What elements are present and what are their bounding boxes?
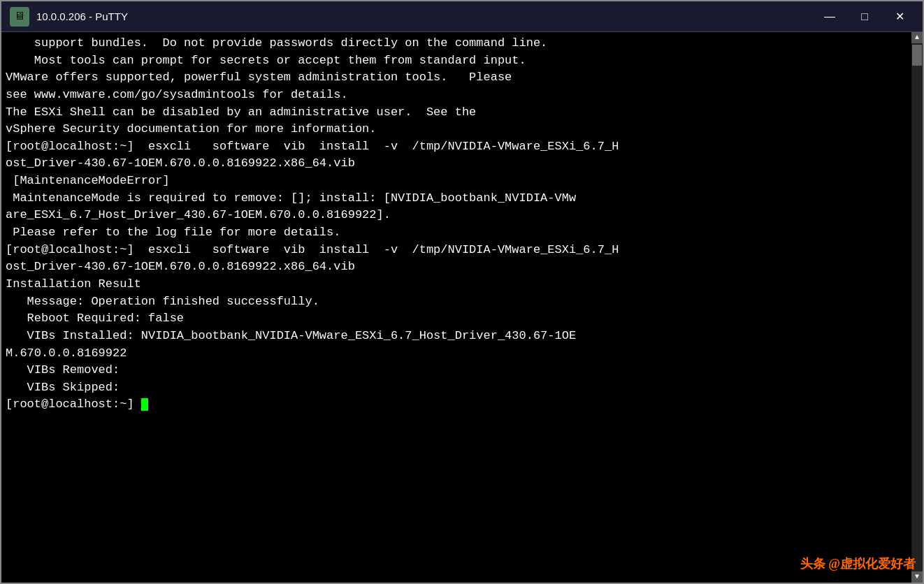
terminal-line: [MaintenanceModeError] <box>6 173 906 190</box>
terminal-cursor <box>141 398 148 411</box>
terminal-line: Message: Operation finished successfully… <box>6 293 906 311</box>
terminal-line: are_ESXi_6.7_Host_Driver_430.67-1OEM.670… <box>6 207 906 224</box>
terminal-line: Reboot Required: false <box>6 310 906 328</box>
terminal-line: see www.vmware.com/go/sysadmintools for … <box>6 87 906 104</box>
terminal-line: [root@localhost:~] esxcli software vib i… <box>6 138 906 156</box>
terminal-area[interactable]: support bundles. Do not provide password… <box>1 32 923 583</box>
terminal-content: support bundles. Do not provide password… <box>6 35 918 414</box>
title-bar: 🖥 10.0.0.206 - PuTTY — □ ✕ <box>1 1 923 32</box>
window-controls: — □ ✕ <box>815 6 914 27</box>
scroll-thumb[interactable] <box>912 45 922 66</box>
terminal-line: VIBs Removed: <box>6 362 906 379</box>
putty-icon: 🖥 <box>10 7 29 27</box>
close-button[interactable]: ✕ <box>885 6 914 27</box>
window-title: 10.0.0.206 - PuTTY <box>36 10 128 22</box>
terminal-line: [root@localhost:~] <box>6 396 906 414</box>
scroll-up-arrow[interactable]: ▲ <box>911 32 923 43</box>
putty-window: 🖥 10.0.0.206 - PuTTY — □ ✕ support bundl… <box>0 0 924 584</box>
putty-icon-symbol: 🖥 <box>14 10 25 23</box>
terminal-line: VMware offers supported, powerful system… <box>6 69 906 87</box>
terminal-line: VIBs Skipped: <box>6 379 906 397</box>
terminal-line: VIBs Installed: NVIDIA_bootbank_NVIDIA-V… <box>6 328 906 345</box>
terminal-line: vSphere Security documentation for more … <box>6 121 906 138</box>
terminal-line: [root@localhost:~] esxcli software vib i… <box>6 242 906 259</box>
title-bar-left: 🖥 10.0.0.206 - PuTTY <box>10 7 128 27</box>
terminal-line: The ESXi Shell can be disabled by an adm… <box>6 104 906 122</box>
terminal-line: Please refer to the log file for more de… <box>6 224 906 242</box>
terminal-line: Most tools can prompt for secrets or acc… <box>6 52 906 70</box>
watermark: 头条 @虚拟化爱好者 <box>800 555 916 573</box>
scrollbar[interactable]: ▲ ▼ <box>911 32 923 583</box>
minimize-button[interactable]: — <box>815 6 844 27</box>
terminal-line: Installation Result <box>6 276 906 293</box>
scroll-down-arrow[interactable]: ▼ <box>911 571 923 583</box>
maximize-button[interactable]: □ <box>850 6 879 27</box>
terminal-line: ost_Driver-430.67-1OEM.670.0.0.8169922.x… <box>6 258 906 276</box>
terminal-line: ost_Driver-430.67-1OEM.670.0.0.8169922.x… <box>6 155 906 173</box>
scroll-track[interactable] <box>912 43 922 571</box>
terminal-line: M.670.0.0.8169922 <box>6 345 906 363</box>
terminal-line: MaintenanceMode is required to remove: [… <box>6 190 906 207</box>
terminal-line: support bundles. Do not provide password… <box>6 35 906 52</box>
